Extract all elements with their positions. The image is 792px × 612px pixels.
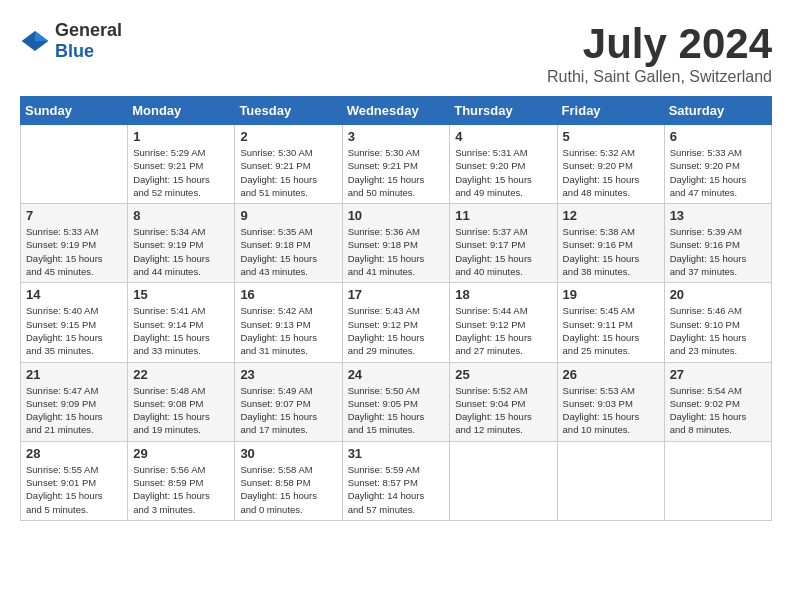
day-number: 28 bbox=[26, 446, 122, 461]
calendar-cell: 11Sunrise: 5:37 AM Sunset: 9:17 PM Dayli… bbox=[450, 204, 557, 283]
day-number: 21 bbox=[26, 367, 122, 382]
calendar-cell: 18Sunrise: 5:44 AM Sunset: 9:12 PM Dayli… bbox=[450, 283, 557, 362]
calendar-cell: 22Sunrise: 5:48 AM Sunset: 9:08 PM Dayli… bbox=[128, 362, 235, 441]
calendar-header-row: SundayMondayTuesdayWednesdayThursdayFrid… bbox=[21, 97, 772, 125]
day-info: Sunrise: 5:44 AM Sunset: 9:12 PM Dayligh… bbox=[455, 304, 551, 357]
calendar-week-row: 28Sunrise: 5:55 AM Sunset: 9:01 PM Dayli… bbox=[21, 441, 772, 520]
calendar-cell: 2Sunrise: 5:30 AM Sunset: 9:21 PM Daylig… bbox=[235, 125, 342, 204]
day-info: Sunrise: 5:40 AM Sunset: 9:15 PM Dayligh… bbox=[26, 304, 122, 357]
day-number: 17 bbox=[348, 287, 445, 302]
day-number: 16 bbox=[240, 287, 336, 302]
day-number: 14 bbox=[26, 287, 122, 302]
day-info: Sunrise: 5:42 AM Sunset: 9:13 PM Dayligh… bbox=[240, 304, 336, 357]
day-number: 2 bbox=[240, 129, 336, 144]
day-number: 19 bbox=[563, 287, 659, 302]
calendar-cell: 19Sunrise: 5:45 AM Sunset: 9:11 PM Dayli… bbox=[557, 283, 664, 362]
calendar-cell: 8Sunrise: 5:34 AM Sunset: 9:19 PM Daylig… bbox=[128, 204, 235, 283]
day-number: 7 bbox=[26, 208, 122, 223]
calendar-cell bbox=[664, 441, 771, 520]
day-number: 4 bbox=[455, 129, 551, 144]
day-info: Sunrise: 5:32 AM Sunset: 9:20 PM Dayligh… bbox=[563, 146, 659, 199]
calendar-cell: 26Sunrise: 5:53 AM Sunset: 9:03 PM Dayli… bbox=[557, 362, 664, 441]
day-info: Sunrise: 5:35 AM Sunset: 9:18 PM Dayligh… bbox=[240, 225, 336, 278]
page-header: General Blue July 2024 Ruthi, Saint Gall… bbox=[20, 20, 772, 86]
day-number: 9 bbox=[240, 208, 336, 223]
calendar-cell: 1Sunrise: 5:29 AM Sunset: 9:21 PM Daylig… bbox=[128, 125, 235, 204]
calendar: SundayMondayTuesdayWednesdayThursdayFrid… bbox=[20, 96, 772, 521]
calendar-cell: 23Sunrise: 5:49 AM Sunset: 9:07 PM Dayli… bbox=[235, 362, 342, 441]
weekday-header: Tuesday bbox=[235, 97, 342, 125]
calendar-cell: 12Sunrise: 5:38 AM Sunset: 9:16 PM Dayli… bbox=[557, 204, 664, 283]
day-info: Sunrise: 5:34 AM Sunset: 9:19 PM Dayligh… bbox=[133, 225, 229, 278]
day-info: Sunrise: 5:54 AM Sunset: 9:02 PM Dayligh… bbox=[670, 384, 766, 437]
day-number: 20 bbox=[670, 287, 766, 302]
day-number: 1 bbox=[133, 129, 229, 144]
calendar-cell: 6Sunrise: 5:33 AM Sunset: 9:20 PM Daylig… bbox=[664, 125, 771, 204]
calendar-cell: 30Sunrise: 5:58 AM Sunset: 8:58 PM Dayli… bbox=[235, 441, 342, 520]
month-year: July 2024 bbox=[547, 20, 772, 68]
day-number: 10 bbox=[348, 208, 445, 223]
weekday-header: Monday bbox=[128, 97, 235, 125]
day-info: Sunrise: 5:30 AM Sunset: 9:21 PM Dayligh… bbox=[240, 146, 336, 199]
day-info: Sunrise: 5:31 AM Sunset: 9:20 PM Dayligh… bbox=[455, 146, 551, 199]
weekday-header: Thursday bbox=[450, 97, 557, 125]
calendar-cell: 10Sunrise: 5:36 AM Sunset: 9:18 PM Dayli… bbox=[342, 204, 450, 283]
calendar-week-row: 21Sunrise: 5:47 AM Sunset: 9:09 PM Dayli… bbox=[21, 362, 772, 441]
calendar-cell bbox=[21, 125, 128, 204]
day-number: 23 bbox=[240, 367, 336, 382]
day-info: Sunrise: 5:55 AM Sunset: 9:01 PM Dayligh… bbox=[26, 463, 122, 516]
weekday-header: Sunday bbox=[21, 97, 128, 125]
calendar-cell: 21Sunrise: 5:47 AM Sunset: 9:09 PM Dayli… bbox=[21, 362, 128, 441]
day-number: 18 bbox=[455, 287, 551, 302]
day-number: 31 bbox=[348, 446, 445, 461]
logo-general: General bbox=[55, 20, 122, 40]
calendar-cell: 25Sunrise: 5:52 AM Sunset: 9:04 PM Dayli… bbox=[450, 362, 557, 441]
calendar-cell: 5Sunrise: 5:32 AM Sunset: 9:20 PM Daylig… bbox=[557, 125, 664, 204]
calendar-week-row: 1Sunrise: 5:29 AM Sunset: 9:21 PM Daylig… bbox=[21, 125, 772, 204]
day-number: 11 bbox=[455, 208, 551, 223]
location: Ruthi, Saint Gallen, Switzerland bbox=[547, 68, 772, 86]
calendar-cell: 20Sunrise: 5:46 AM Sunset: 9:10 PM Dayli… bbox=[664, 283, 771, 362]
title-block: July 2024 Ruthi, Saint Gallen, Switzerla… bbox=[547, 20, 772, 86]
day-info: Sunrise: 5:39 AM Sunset: 9:16 PM Dayligh… bbox=[670, 225, 766, 278]
calendar-cell: 9Sunrise: 5:35 AM Sunset: 9:18 PM Daylig… bbox=[235, 204, 342, 283]
day-number: 8 bbox=[133, 208, 229, 223]
calendar-cell: 16Sunrise: 5:42 AM Sunset: 9:13 PM Dayli… bbox=[235, 283, 342, 362]
calendar-cell: 28Sunrise: 5:55 AM Sunset: 9:01 PM Dayli… bbox=[21, 441, 128, 520]
day-number: 12 bbox=[563, 208, 659, 223]
calendar-cell: 24Sunrise: 5:50 AM Sunset: 9:05 PM Dayli… bbox=[342, 362, 450, 441]
day-number: 27 bbox=[670, 367, 766, 382]
calendar-cell: 15Sunrise: 5:41 AM Sunset: 9:14 PM Dayli… bbox=[128, 283, 235, 362]
day-info: Sunrise: 5:29 AM Sunset: 9:21 PM Dayligh… bbox=[133, 146, 229, 199]
day-info: Sunrise: 5:48 AM Sunset: 9:08 PM Dayligh… bbox=[133, 384, 229, 437]
day-number: 26 bbox=[563, 367, 659, 382]
day-number: 5 bbox=[563, 129, 659, 144]
day-info: Sunrise: 5:47 AM Sunset: 9:09 PM Dayligh… bbox=[26, 384, 122, 437]
logo-blue: Blue bbox=[55, 41, 94, 61]
day-info: Sunrise: 5:37 AM Sunset: 9:17 PM Dayligh… bbox=[455, 225, 551, 278]
calendar-cell bbox=[557, 441, 664, 520]
day-info: Sunrise: 5:30 AM Sunset: 9:21 PM Dayligh… bbox=[348, 146, 445, 199]
calendar-cell: 27Sunrise: 5:54 AM Sunset: 9:02 PM Dayli… bbox=[664, 362, 771, 441]
weekday-header: Saturday bbox=[664, 97, 771, 125]
day-info: Sunrise: 5:50 AM Sunset: 9:05 PM Dayligh… bbox=[348, 384, 445, 437]
day-info: Sunrise: 5:45 AM Sunset: 9:11 PM Dayligh… bbox=[563, 304, 659, 357]
logo-icon bbox=[20, 29, 50, 53]
calendar-cell: 4Sunrise: 5:31 AM Sunset: 9:20 PM Daylig… bbox=[450, 125, 557, 204]
day-info: Sunrise: 5:53 AM Sunset: 9:03 PM Dayligh… bbox=[563, 384, 659, 437]
day-info: Sunrise: 5:41 AM Sunset: 9:14 PM Dayligh… bbox=[133, 304, 229, 357]
calendar-cell bbox=[450, 441, 557, 520]
day-number: 22 bbox=[133, 367, 229, 382]
day-number: 30 bbox=[240, 446, 336, 461]
day-number: 29 bbox=[133, 446, 229, 461]
calendar-week-row: 7Sunrise: 5:33 AM Sunset: 9:19 PM Daylig… bbox=[21, 204, 772, 283]
day-info: Sunrise: 5:38 AM Sunset: 9:16 PM Dayligh… bbox=[563, 225, 659, 278]
calendar-cell: 31Sunrise: 5:59 AM Sunset: 8:57 PM Dayli… bbox=[342, 441, 450, 520]
day-info: Sunrise: 5:52 AM Sunset: 9:04 PM Dayligh… bbox=[455, 384, 551, 437]
day-number: 25 bbox=[455, 367, 551, 382]
day-number: 3 bbox=[348, 129, 445, 144]
day-info: Sunrise: 5:58 AM Sunset: 8:58 PM Dayligh… bbox=[240, 463, 336, 516]
day-info: Sunrise: 5:33 AM Sunset: 9:19 PM Dayligh… bbox=[26, 225, 122, 278]
day-info: Sunrise: 5:46 AM Sunset: 9:10 PM Dayligh… bbox=[670, 304, 766, 357]
logo: General Blue bbox=[20, 20, 122, 62]
